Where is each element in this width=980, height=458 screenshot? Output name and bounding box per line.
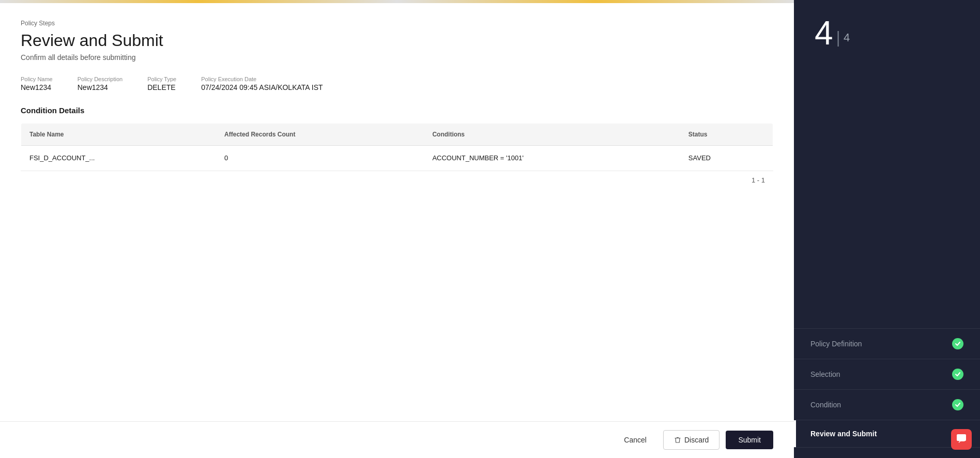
step-label: Review and Submit [810, 430, 877, 438]
chat-bubble[interactable] [951, 429, 972, 450]
step-label: Condition [810, 401, 841, 409]
cell-conditions: ACCOUNT_NUMBER = '1001' [424, 146, 680, 171]
sidebar-item-policy-definition[interactable]: Policy Definition [794, 328, 980, 359]
cell-affected-count: 0 [216, 146, 424, 171]
pagination: 1 - 1 [21, 171, 773, 189]
col-conditions: Conditions [424, 124, 680, 146]
sidebar-item-selection[interactable]: Selection [794, 359, 980, 389]
col-affected-count: Affected Records Count [216, 124, 424, 146]
policy-steps-label: Policy Steps [21, 20, 773, 27]
step-check-icon [952, 399, 963, 410]
submit-button[interactable]: Submit [726, 431, 773, 449]
meta-policy-desc: Policy Description New1234 [78, 76, 122, 91]
meta-policy-type: Policy Type DELETE [147, 76, 176, 91]
meta-policy-exec: Policy Execution Date 07/24/2024 09:45 A… [201, 76, 323, 91]
page-title: Review and Submit [21, 31, 773, 50]
trash-icon [674, 436, 681, 444]
step-divider: | [836, 29, 840, 45]
meta-policy-name: Policy Name New1234 [21, 76, 53, 91]
step-label: Policy Definition [810, 340, 862, 348]
cell-table-name: FSI_D_ACCOUNT_... [21, 146, 217, 171]
policy-meta: Policy Name New1234 Policy Description N… [21, 76, 773, 91]
page-subtitle: Confirm all details before submitting [21, 53, 773, 62]
meta-policy-exec-value: 07/24/2024 09:45 ASIA/KOLKATA IST [201, 83, 323, 91]
table-row: FSI_D_ACCOUNT_... 0 ACCOUNT_NUMBER = '10… [21, 146, 773, 171]
meta-policy-exec-label: Policy Execution Date [201, 76, 323, 82]
col-status: Status [680, 124, 773, 146]
step-current: 4 [815, 17, 833, 50]
step-check-icon [952, 338, 963, 349]
step-check-icon [952, 369, 963, 380]
condition-details-table: Table Name Affected Records Count Condit… [21, 123, 773, 171]
discard-button[interactable]: Discard [663, 430, 719, 450]
meta-policy-type-label: Policy Type [147, 76, 176, 82]
table-header: Table Name Affected Records Count Condit… [21, 124, 773, 146]
sidebar-item-condition[interactable]: Condition [794, 389, 980, 420]
step-total: 4 [844, 31, 850, 44]
chat-icon [956, 433, 967, 447]
step-counter: 4 | 4 [794, 0, 980, 70]
meta-policy-name-value: New1234 [21, 83, 53, 91]
condition-details-title: Condition Details [21, 106, 773, 115]
step-label: Selection [810, 370, 840, 378]
sidebar: 4 | 4 Policy DefinitionSelectionConditio… [794, 0, 980, 458]
table-body: FSI_D_ACCOUNT_... 0 ACCOUNT_NUMBER = '10… [21, 146, 773, 171]
main-content: Policy Steps Review and Submit Confirm a… [0, 0, 794, 458]
footer-bar: Cancel Discard Submit [0, 421, 794, 458]
cancel-button[interactable]: Cancel [614, 431, 657, 449]
table-header-row: Table Name Affected Records Count Condit… [21, 124, 773, 146]
meta-policy-desc-value: New1234 [78, 83, 122, 91]
content-area: Policy Steps Review and Submit Confirm a… [0, 3, 794, 421]
meta-policy-name-label: Policy Name [21, 76, 53, 82]
cell-status: SAVED [680, 146, 773, 171]
discard-label: Discard [684, 436, 709, 444]
col-table-name: Table Name [21, 124, 217, 146]
meta-policy-desc-label: Policy Description [78, 76, 122, 82]
meta-policy-type-value: DELETE [147, 83, 176, 91]
